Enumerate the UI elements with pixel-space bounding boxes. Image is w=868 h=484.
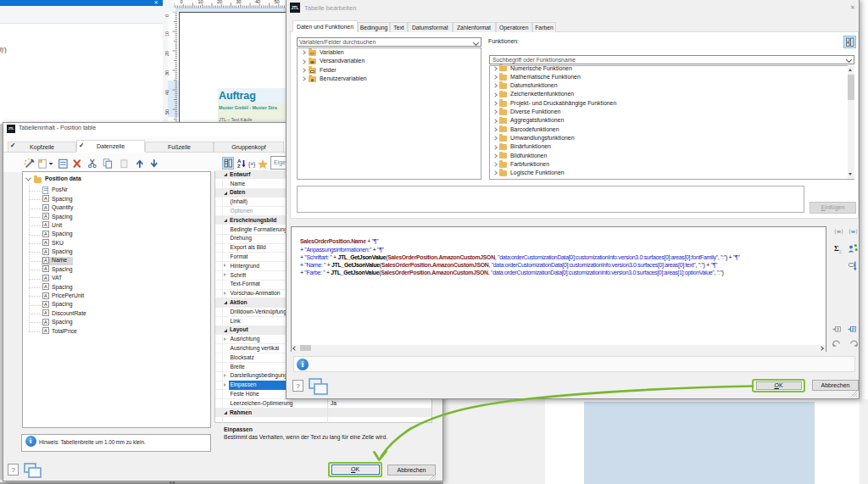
svg-text:Z: Z: [237, 164, 241, 169]
svg-text:Σ: Σ: [839, 248, 843, 254]
svg-text:{+}: {+}: [248, 160, 256, 167]
